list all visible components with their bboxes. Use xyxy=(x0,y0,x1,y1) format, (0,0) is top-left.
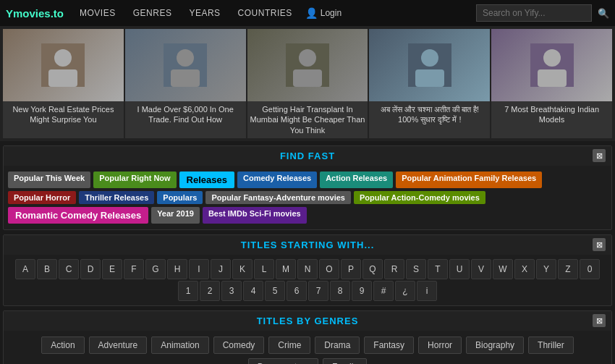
find-fast-tag[interactable]: Year 2019 xyxy=(151,207,200,224)
find-fast-tag[interactable]: Releases xyxy=(179,172,234,188)
logo[interactable]: Ymovies.to xyxy=(6,7,64,20)
tags-area: Popular This WeekPopular Right NowReleas… xyxy=(4,166,611,229)
titles-starting-close[interactable]: ⊠ xyxy=(593,238,606,251)
nav-years[interactable]: YEARS xyxy=(182,4,227,22)
genres-row1: ActionAdventureAnimationComedyCrimeDrama… xyxy=(4,331,611,364)
alpha-key[interactable]: N xyxy=(297,259,318,279)
alpha-key[interactable]: 4 xyxy=(243,281,263,301)
alpha-key[interactable]: L xyxy=(254,259,274,279)
svg-rect-14 xyxy=(538,69,567,87)
alpha-key[interactable]: # xyxy=(373,281,394,301)
alpha-key[interactable]: Z xyxy=(558,259,578,279)
alpha-key[interactable]: B xyxy=(37,259,57,279)
alpha-key[interactable]: 2 xyxy=(200,281,220,301)
navbar: Ymovies.to MOVIES GENRES YEARS COUNTRIES… xyxy=(0,0,615,26)
ad-item[interactable]: New York Real Estate Prices Might Surpri… xyxy=(3,29,124,138)
alpha-key[interactable]: D xyxy=(80,259,101,279)
alpha-key[interactable]: ¿ xyxy=(395,281,415,301)
ad-caption: I Made Over $6,000 In One Trade. Find Ou… xyxy=(125,101,246,128)
alpha-key[interactable]: H xyxy=(167,259,187,279)
alpha-key[interactable]: F xyxy=(124,259,144,279)
genre-button[interactable]: Thriller xyxy=(528,337,574,354)
alpha-key[interactable]: 7 xyxy=(308,281,328,301)
titles-starting-header: TITLES STARTING WITH... ⊠ xyxy=(4,235,611,255)
genres-title: TITLES BY GENRES xyxy=(257,316,359,326)
find-fast-tag[interactable]: Romantic Comedy Releases xyxy=(8,207,148,224)
find-fast-tag[interactable]: Action Releases xyxy=(320,172,393,188)
alpha-key[interactable]: 5 xyxy=(265,281,285,301)
find-fast-tag[interactable]: Best IMDb Sci-Fi movies xyxy=(203,207,307,224)
alpha-key[interactable]: 1 xyxy=(178,281,198,301)
ad-banner-row: New York Real Estate Prices Might Surpri… xyxy=(0,26,615,141)
alpha-key[interactable]: O xyxy=(319,259,339,279)
alpha-key[interactable]: M xyxy=(276,259,296,279)
alpha-key[interactable]: T xyxy=(428,259,448,279)
find-fast-tag[interactable]: Comedy Releases xyxy=(237,172,317,188)
genre-button[interactable]: Documentary xyxy=(248,358,318,364)
person-icon: 👤 xyxy=(305,7,318,19)
nav-genres[interactable]: GENRES xyxy=(126,4,179,22)
genre-button[interactable]: Drama xyxy=(315,337,360,354)
genre-button[interactable]: Adventure xyxy=(89,337,148,354)
alpha-key[interactable]: J xyxy=(211,259,231,279)
alpha-key[interactable]: C xyxy=(59,259,79,279)
genres-section: TITLES BY GENRES ⊠ ActionAdventureAnimat… xyxy=(3,310,612,364)
login-button[interactable]: 👤 Login xyxy=(305,7,342,19)
svg-point-4 xyxy=(177,49,194,67)
genre-button[interactable]: Animation xyxy=(151,337,208,354)
alpha-key[interactable]: 0 xyxy=(580,259,600,279)
svg-point-7 xyxy=(299,49,316,67)
svg-rect-5 xyxy=(171,69,200,87)
find-fast-tag[interactable]: Populars xyxy=(157,191,203,204)
alpha-key[interactable]: E xyxy=(102,259,122,279)
nav-movies[interactable]: MOVIES xyxy=(72,4,123,22)
alpha-key[interactable]: 9 xyxy=(352,281,372,301)
alpha-key[interactable]: V xyxy=(471,259,491,279)
find-fast-tag[interactable]: Popular Horror xyxy=(8,191,76,204)
search-input[interactable] xyxy=(476,4,592,22)
genre-button[interactable]: Crime xyxy=(268,337,310,354)
find-fast-close[interactable]: ⊠ xyxy=(593,149,606,162)
nav-countries[interactable]: COUNTRIES xyxy=(231,4,300,22)
alpha-key[interactable]: X xyxy=(514,259,535,279)
search-icon[interactable]: 🔍 xyxy=(598,8,609,19)
alpha-key[interactable]: W xyxy=(493,259,513,279)
titles-starting-title: TITLES STARTING WITH... xyxy=(241,240,375,250)
ad-item[interactable]: 7 Most Breathtaking Indian Models xyxy=(491,29,612,138)
find-fast-tag[interactable]: Popular Right Now xyxy=(93,172,176,188)
genre-button[interactable]: Biography xyxy=(466,337,524,354)
genre-button[interactable]: Action xyxy=(41,337,84,354)
find-fast-tag[interactable]: Popular Animation Family Releases xyxy=(396,172,542,188)
logo-text: Ymovies xyxy=(6,7,51,20)
find-fast-tag[interactable]: Popular Action-Comedy movies xyxy=(354,191,485,204)
find-fast-tag[interactable]: Popular This Week xyxy=(8,172,90,188)
find-fast-tag[interactable]: Thriller Releases xyxy=(79,191,154,204)
alpha-key[interactable]: U xyxy=(449,259,470,279)
alpha-key[interactable]: Y xyxy=(536,259,556,279)
genre-button[interactable]: Horror xyxy=(418,337,462,354)
alpha-key[interactable]: G xyxy=(145,259,166,279)
find-fast-tag[interactable]: Popular Fantasy-Adventure movies xyxy=(205,191,351,204)
genre-button[interactable]: Comedy xyxy=(213,337,265,354)
alpha-key[interactable]: Q xyxy=(362,259,383,279)
alpha-key[interactable]: 8 xyxy=(330,281,350,301)
alpha-key[interactable]: P xyxy=(341,259,361,279)
logo-accent: .to xyxy=(51,7,64,20)
genre-button[interactable]: Fantasy xyxy=(364,337,414,354)
alpha-key[interactable]: K xyxy=(232,259,253,279)
alpha-key[interactable]: 6 xyxy=(287,281,307,301)
alpha-key[interactable]: 3 xyxy=(221,281,242,301)
alpha-key[interactable]: R xyxy=(384,259,404,279)
alpha-key[interactable]: i xyxy=(417,281,437,301)
find-fast-title: FIND FAST xyxy=(280,151,335,161)
ad-item[interactable]: अब लेंस और चश्मा अतीत की बात है! 100% सु… xyxy=(369,29,490,138)
svg-point-1 xyxy=(54,49,72,67)
alpha-key[interactable]: S xyxy=(406,259,426,279)
alpha-key[interactable]: I xyxy=(189,259,209,279)
genre-button[interactable]: Family xyxy=(323,358,367,364)
ad-item[interactable]: I Made Over $6,000 In One Trade. Find Ou… xyxy=(125,29,246,138)
ad-item[interactable]: Getting Hair Transplant In Mumbai Might … xyxy=(247,29,368,138)
alphabet-grid: ABCDEFGHIJKLMNOPQRSTUVWXYZ0123456789#¿i xyxy=(4,255,611,305)
genres-close[interactable]: ⊠ xyxy=(593,314,606,327)
alpha-key[interactable]: A xyxy=(15,259,35,279)
